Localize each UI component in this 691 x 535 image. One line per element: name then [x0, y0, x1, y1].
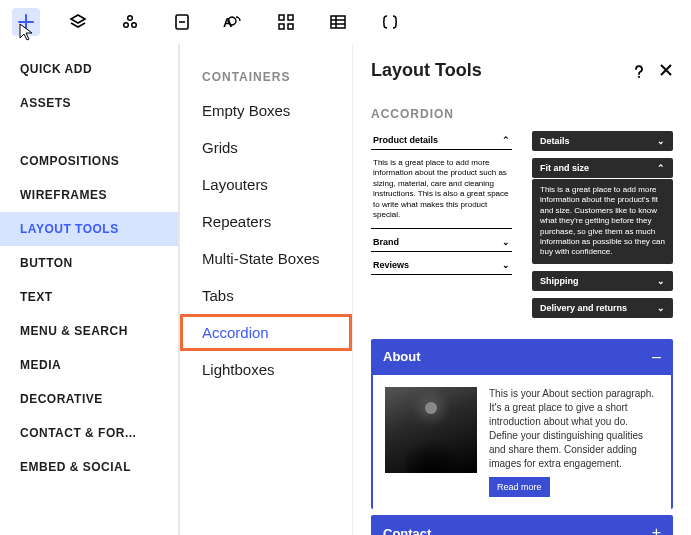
acc-row-label: Delivery and returns [540, 303, 627, 313]
svg-point-0 [128, 16, 133, 21]
panel-subhead: ACCORDION [371, 93, 673, 131]
sidebar-item-button[interactable]: BUTTON [0, 246, 178, 280]
layers-icon[interactable] [64, 8, 92, 36]
mid-item-multi-state[interactable]: Multi-State Boxes [180, 240, 352, 277]
acc-row-label: Shipping [540, 276, 579, 286]
sidebar-item-contact-forms[interactable]: CONTACT & FOR... [0, 416, 178, 450]
about-thumbnail [385, 387, 477, 473]
chevron-down-icon: ⌄ [657, 136, 665, 146]
svg-point-14 [638, 75, 640, 77]
mid-item-accordion[interactable]: Accordion [180, 314, 352, 351]
chevron-up-icon: ⌃ [502, 135, 510, 145]
read-more-button[interactable]: Read more [489, 477, 550, 498]
mid-item-layouters[interactable]: Layouters [180, 166, 352, 203]
preview-panel: Layout Tools ACCORDION Product details ⌃… [352, 44, 691, 535]
accordion-preview-about[interactable]: About – This is your About section parag… [371, 339, 673, 510]
sidebar-item-decorative[interactable]: DECORATIVE [0, 382, 178, 416]
panel-title: Layout Tools [371, 60, 482, 81]
contact-title: Contact [383, 526, 431, 535]
grid-icon[interactable] [272, 8, 300, 36]
sidebar-item-quick-add[interactable]: QUICK ADD [0, 52, 178, 86]
category-sidebar: QUICK ADD ASSETS COMPOSITIONS WIREFRAMES… [0, 44, 178, 535]
acc-row-label: Fit and size [540, 163, 589, 173]
about-body-text: This is your About section paragraph. It… [489, 387, 659, 471]
acc-row-label: Reviews [373, 260, 409, 270]
chevron-down-icon: ⌄ [502, 260, 510, 270]
subcategory-heading: CONTAINERS [180, 62, 352, 92]
chevron-down-icon: ⌄ [502, 237, 510, 247]
chevron-down-icon: ⌄ [657, 303, 665, 313]
close-icon[interactable] [659, 63, 673, 79]
help-icon[interactable] [631, 63, 647, 79]
sidebar-item-media[interactable]: MEDIA [0, 348, 178, 382]
svg-rect-7 [288, 15, 293, 20]
plus-icon: + [652, 524, 661, 535]
about-title: About [383, 349, 421, 364]
add-button[interactable] [12, 8, 40, 36]
acc-row-label: Brand [373, 237, 399, 247]
chevron-down-icon: ⌄ [657, 276, 665, 286]
sidebar-item-compositions[interactable]: COMPOSITIONS [0, 144, 178, 178]
accordion-preview-contact[interactable]: Contact + [371, 515, 673, 535]
svg-point-1 [124, 23, 129, 28]
acc-row-label: Product details [373, 135, 438, 145]
mid-item-repeaters[interactable]: Repeaters [180, 203, 352, 240]
acc-row-body: This is a great place to add more inform… [532, 179, 673, 264]
accordion-preview-dark[interactable]: Details ⌄ Fit and size ⌃ This is a great… [532, 131, 673, 321]
svg-rect-6 [279, 15, 284, 20]
svg-point-2 [132, 23, 137, 28]
svg-rect-8 [279, 24, 284, 29]
page-icon[interactable] [168, 8, 196, 36]
sidebar-item-assets[interactable]: ASSETS [0, 86, 178, 120]
sidebar-item-wireframes[interactable]: WIREFRAMES [0, 178, 178, 212]
mid-item-tabs[interactable]: Tabs [180, 277, 352, 314]
sidebar-item-text[interactable]: TEXT [0, 280, 178, 314]
minus-icon: – [652, 348, 661, 366]
svg-rect-10 [331, 16, 345, 28]
accordion-preview-light[interactable]: Product details ⌃ This is a great place … [371, 131, 512, 321]
chevron-up-icon: ⌃ [657, 163, 665, 173]
text-style-icon[interactable]: A [220, 8, 248, 36]
acc-row-body: This is a great place to add more inform… [371, 154, 512, 229]
sidebar-item-embed-social[interactable]: EMBED & SOCIAL [0, 450, 178, 484]
subcategory-list: CONTAINERS Empty Boxes Grids Layouters R… [178, 44, 352, 535]
braces-icon[interactable] [376, 8, 404, 36]
mid-item-grids[interactable]: Grids [180, 129, 352, 166]
acc-row-label: Details [540, 136, 570, 146]
sidebar-item-layout-tools[interactable]: LAYOUT TOOLS [0, 212, 178, 246]
mid-item-empty-boxes[interactable]: Empty Boxes [180, 92, 352, 129]
shapes-icon[interactable] [116, 8, 144, 36]
svg-rect-9 [288, 24, 293, 29]
mid-item-lightboxes[interactable]: Lightboxes [180, 351, 352, 388]
sidebar-item-menu-search[interactable]: MENU & SEARCH [0, 314, 178, 348]
top-toolbar: A [0, 0, 691, 44]
table-icon[interactable] [324, 8, 352, 36]
